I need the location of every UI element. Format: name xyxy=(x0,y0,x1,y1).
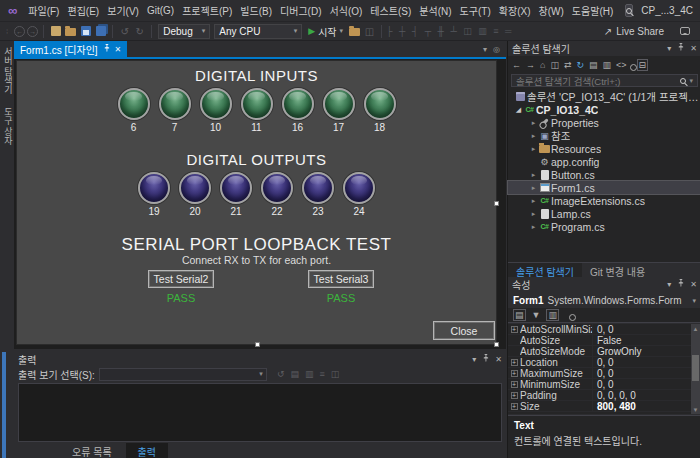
tab-git-changes[interactable]: Git 변경 내용 xyxy=(582,263,653,277)
live-share-button[interactable]: ↗ Live Share xyxy=(604,26,700,37)
refresh-icon[interactable]: ↻ xyxy=(577,60,585,70)
resize-handle-bottom[interactable] xyxy=(255,342,260,347)
list-icon[interactable]: ▤ xyxy=(290,369,299,379)
tree-item-resources[interactable]: ▸ Resources xyxy=(508,142,700,155)
tree-item-solution[interactable]: 솔루션 'CP_IO13_4C' (1/1개 프로젝트) xyxy=(508,90,700,103)
tab-error-list[interactable]: 오류 목록 xyxy=(60,443,124,458)
quick-search-box[interactable] xyxy=(625,4,633,17)
expand-icon[interactable]: + xyxy=(511,403,518,410)
redo-icon[interactable]: ↻ xyxy=(132,24,147,39)
scrollbar-thumb[interactable] xyxy=(692,355,699,381)
tree-item-lampcs[interactable]: ▸ Lamp.cs xyxy=(508,207,700,220)
open-folder-icon[interactable] xyxy=(347,24,362,39)
menu-item-analyze[interactable]: 분석(N) xyxy=(415,0,455,21)
menu-item-view[interactable]: 보기(V) xyxy=(103,0,143,21)
solution-search-input[interactable]: 솔루션 탐색기 검색(Ctrl+;) ▾ xyxy=(511,74,698,87)
close-panel-icon[interactable]: ✕ xyxy=(690,280,697,289)
tree-item-references[interactable]: ▸ ▣ 참조 xyxy=(508,129,700,142)
property-row-autoscrollminsize[interactable]: + AutoScrollMinSize 0, 0 xyxy=(508,324,700,335)
property-row-autosizemode[interactable]: AutoSizeMode GrowOnly xyxy=(508,346,700,357)
navigate-forward-icon[interactable]: → xyxy=(27,26,38,37)
undo-icon[interactable]: ↺ xyxy=(117,24,132,39)
menu-item-project[interactable]: 프로젝트(P) xyxy=(178,0,236,21)
designed-form[interactable]: DIGITAL INPUTS 6 7 10 11 16 17 18 DIGITA… xyxy=(16,60,497,345)
menu-item-debug[interactable]: 디버그(D) xyxy=(276,0,325,21)
expand-icon[interactable]: + xyxy=(511,326,518,333)
solution-platform-select[interactable]: Any CPU▾ xyxy=(214,24,302,39)
chevron-right-icon[interactable]: ▸ xyxy=(529,171,538,179)
chevron-down-icon[interactable]: ▾ xyxy=(667,280,671,289)
menu-item-tools[interactable]: 도구(T) xyxy=(456,0,495,21)
output-source-select[interactable]: ▾ xyxy=(99,368,267,381)
nested-view-icon[interactable]: ▤ xyxy=(589,60,598,70)
save-all-icon[interactable] xyxy=(93,24,108,39)
scroll-up-icon[interactable]: ▲ xyxy=(693,324,699,333)
show-all-files-icon[interactable]: ▥ xyxy=(603,60,612,70)
chevron-down-icon[interactable]: ▾ xyxy=(472,355,476,364)
feedback-icon[interactable] xyxy=(680,27,690,35)
output-content[interactable] xyxy=(18,383,502,442)
open-file-icon[interactable] xyxy=(63,24,78,39)
resize-handle-corner[interactable] xyxy=(494,342,499,347)
alphabetical-sort-icon[interactable]: ▼ xyxy=(532,310,541,320)
tree-item-form1cs[interactable]: ▸ Form1.cs xyxy=(508,181,700,194)
menu-item-window[interactable]: 창(W) xyxy=(534,0,567,21)
chevron-down-icon[interactable]: ▾ xyxy=(483,45,487,54)
forms-designer-canvas[interactable]: DIGITAL INPUTS 6 7 10 11 16 17 18 DIGITA… xyxy=(14,59,506,349)
property-row-size[interactable]: + Size 800, 480 xyxy=(508,401,700,412)
chevron-right-icon[interactable]: ▸ xyxy=(529,119,538,127)
tree-item-appconfig[interactable]: ⚙ app.config xyxy=(508,155,700,168)
pending-changes-filter-icon[interactable]: ⇄ xyxy=(564,60,572,70)
clear-all-icon[interactable]: ◫ xyxy=(331,369,340,379)
tab-output[interactable]: 출력 xyxy=(126,443,168,458)
switch-views-icon[interactable]: ◫ xyxy=(550,60,559,70)
properties-panel-titlebar[interactable]: 속성 ▾ ✕ xyxy=(508,277,700,291)
close-panel-icon[interactable]: ✕ xyxy=(495,355,502,364)
close-panel-icon[interactable]: ✕ xyxy=(690,44,697,53)
pin-icon[interactable] xyxy=(482,354,489,364)
list-icon[interactable]: ▥ xyxy=(305,369,314,379)
tree-item-project[interactable]: ◢ C# CP_IO13_4C xyxy=(508,103,700,116)
menu-item-extensions[interactable]: 확장(X) xyxy=(495,0,535,21)
save-icon[interactable] xyxy=(78,24,93,39)
message-prev-icon[interactable]: ↺ xyxy=(277,369,285,379)
menu-item-file[interactable]: 파일(F) xyxy=(24,0,63,21)
forward-icon[interactable]: → xyxy=(526,60,535,70)
expand-icon[interactable]: + xyxy=(511,359,518,366)
minimize-button[interactable]: ─ xyxy=(693,0,700,22)
pin-icon[interactable] xyxy=(677,279,684,289)
chevron-right-icon[interactable]: ▸ xyxy=(529,132,538,140)
tree-item-programcs[interactable]: ▸ C# Program.cs xyxy=(508,220,700,233)
tree-item-buttoncs[interactable]: ▸ Button.cs xyxy=(508,168,700,181)
preview-window-icon[interactable]: ◫ xyxy=(362,24,377,39)
menu-item-build[interactable]: 빌드(B) xyxy=(236,0,276,21)
start-debugging-button[interactable]: ▶ 시작 ▾ xyxy=(304,24,347,39)
view-code-icon[interactable]: <> xyxy=(616,60,627,70)
tab-form1-designer[interactable]: Form1.cs [디자인] ✕ xyxy=(14,41,127,57)
solution-configuration-select[interactable]: Debug▾ xyxy=(158,24,210,39)
expand-icon[interactable]: + xyxy=(511,370,518,377)
collapse-all-icon[interactable]: ⊟ xyxy=(637,59,649,71)
chevron-down-icon[interactable]: ▾ xyxy=(667,44,671,53)
pin-icon[interactable] xyxy=(103,44,110,54)
pin-icon[interactable] xyxy=(677,43,684,53)
menu-item-git[interactable]: Git(G) xyxy=(143,2,178,19)
test-serial3-button[interactable]: Test Serial3 xyxy=(308,270,374,288)
close-form-button[interactable]: Close xyxy=(433,321,495,340)
property-row-minimumsize[interactable]: + MinimumSize 0, 0 xyxy=(508,379,700,390)
selected-object-select[interactable]: Form1 System.Windows.Forms.Form ▾ xyxy=(508,293,700,308)
home-icon[interactable]: ⌂ xyxy=(540,60,545,70)
chevron-right-icon[interactable]: ▸ xyxy=(529,223,538,231)
close-tab-icon[interactable]: ✕ xyxy=(115,45,122,54)
property-row-location[interactable]: + Location 0, 0 xyxy=(508,357,700,368)
solution-explorer-titlebar[interactable]: 솔루션 탐색기 ▾ ✕ xyxy=(508,41,700,55)
chevron-right-icon[interactable]: ▸ xyxy=(529,197,538,205)
chevron-expanded-icon[interactable]: ◢ xyxy=(514,106,523,114)
back-icon[interactable]: ← xyxy=(512,60,521,70)
tree-item-properties[interactable]: ▸ Properties xyxy=(508,116,700,129)
menu-item-test[interactable]: 테스트(S) xyxy=(366,0,415,21)
word-wrap-icon[interactable]: ≡ xyxy=(319,369,324,379)
menu-item-edit[interactable]: 편집(E) xyxy=(63,0,103,21)
navigate-back-icon[interactable]: ← xyxy=(14,26,25,37)
window-options-icon[interactable]: ◎ xyxy=(493,45,500,54)
